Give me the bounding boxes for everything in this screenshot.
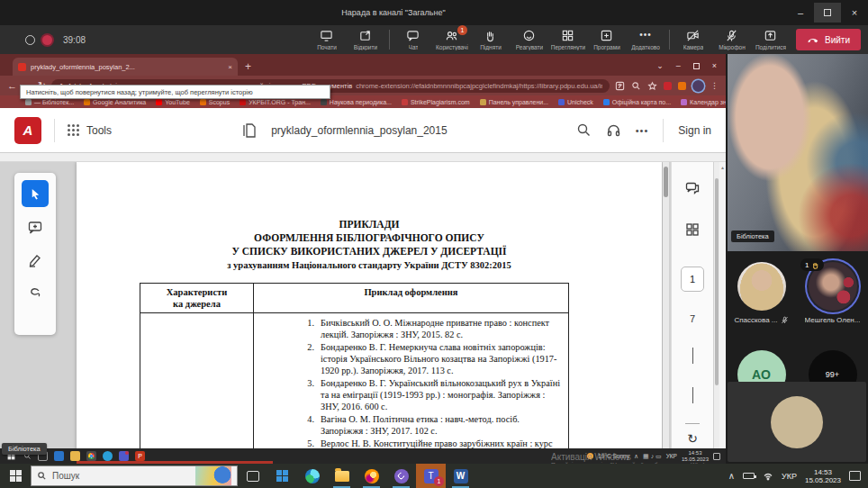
presenter-chrome-icon [86,451,96,461]
translate-icon[interactable] [615,81,625,91]
browser-tab[interactable]: pryklady_oformlennia_posylan_2... × [13,58,238,76]
raise-hand-button[interactable]: Підняти [472,29,510,50]
firefox-button[interactable] [357,464,386,488]
more-tools-icon[interactable]: ••• [636,125,649,136]
annotation-toolbar [14,173,56,335]
highlight-tool[interactable] [27,252,43,272]
participants-button[interactable]: 1 Користувачі [433,29,471,50]
bookmark-item[interactable]: Google Аналитика [84,99,146,105]
back-button-tooltip: Натисніть, щоб повернутися назад; утриму… [20,85,330,99]
view-button[interactable]: Переглянути [549,29,587,50]
tab-close-icon[interactable]: × [228,63,232,71]
plus-square-icon [600,29,613,42]
task-view-button[interactable] [238,464,267,488]
bookmark-item[interactable]: YouTube [156,99,190,105]
thumbnails-panel-button[interactable] [684,221,701,241]
share-button[interactable]: Поділитися [752,29,790,50]
bibliography-table: Характеристи ка джерела Приклад оформлен… [140,283,569,464]
apps-button[interactable]: Програми [588,29,626,50]
new-tab-button[interactable]: + [245,60,251,73]
tools-grid-icon [68,124,79,136]
start-button[interactable]: Почати [308,29,346,50]
tools-menu[interactable]: Tools [68,124,112,137]
previous-page-button[interactable] [692,348,693,364]
search-icon[interactable] [576,122,592,138]
browser-menu-icon[interactable]: ⋮ [710,81,719,90]
app-tiles-button[interactable] [267,464,297,488]
comments-panel-button[interactable] [684,180,701,200]
select-tool-button[interactable] [22,180,49,207]
sign-in-button[interactable]: Sign in [678,124,711,137]
more-dots-icon: ••• [639,29,652,42]
participant-tile[interactable]: Спасскова ... [726,255,797,343]
profile-avatar[interactable] [692,80,704,92]
search-icon [37,471,47,481]
open-button[interactable]: Відкрити [347,29,384,50]
panel-scroll-arrows[interactable]: ▴▾ [719,162,726,464]
bookmark-item[interactable]: StrikePlagiarism.com [402,99,470,105]
start-button[interactable] [0,464,31,488]
participant-tile[interactable]: 1 Мешгель Олен... [797,255,868,343]
tray-chevron-icon[interactable]: ∧ [728,471,735,481]
bookmark-favicon [200,99,206,105]
self-view-tile[interactable] [728,382,866,462]
browser-minimize-button[interactable]: – [676,61,681,70]
bookmark-item[interactable]: Scopus [200,99,230,105]
chat-button[interactable]: Чат [394,29,432,50]
bookmark-item[interactable]: Unicheck [558,99,593,105]
bookmark-item[interactable]: — Бібліотек... [25,99,74,105]
minimize-button[interactable]: – [787,3,814,23]
bibliography-entry: 2.Бондаренко В. Г. Немеркнуча слава нові… [301,341,563,376]
edge-button[interactable] [297,464,327,488]
bookmark-star-icon[interactable] [647,81,657,91]
action-center-icon[interactable] [849,471,861,481]
word-icon: W [454,469,468,483]
restore-button[interactable] [814,3,841,23]
zoom-icon[interactable] [631,81,641,91]
bookmark-item[interactable]: Панель управлени... [480,99,548,105]
wifi-icon[interactable] [763,471,773,482]
file-explorer-button[interactable] [327,464,357,488]
browser-menu-chevron-icon[interactable]: ⌄ [656,61,664,70]
bookmark-item[interactable]: УКРБІТ.ORG - Тран... [240,99,311,105]
read-aloud-icon[interactable] [606,122,621,138]
draw-tool[interactable] [27,285,43,304]
language-indicator[interactable]: УКР [782,472,797,481]
browser-close-button[interactable]: × [712,61,717,70]
smiley-icon [522,29,536,42]
teams-button[interactable]: T 1 [416,464,446,488]
next-page-button[interactable] [692,387,693,403]
taskbar-search[interactable]: Пошук [31,465,238,486]
word-button[interactable]: W [446,464,475,488]
close-button[interactable]: × [841,3,868,23]
bookmark-item[interactable]: Наукова периодика... [321,99,392,105]
scrollbar-thumb[interactable] [715,178,719,385]
presenter-video[interactable] [728,54,868,251]
react-button[interactable]: Реагувати [511,29,548,50]
clock[interactable]: 14:53 15.05.2023 [805,468,841,484]
bibliography-entry: 1.Бичківський О. О. Міжнародне приватне … [301,317,563,340]
bookmark-item[interactable]: Календар знамен... [681,99,726,105]
teams-titlebar: Нарада в каналі "Загальне" – × [0,0,868,25]
browser-restore-button[interactable] [693,63,700,69]
bookmark-favicon [321,99,327,105]
battery-icon[interactable] [743,473,755,479]
mic-button[interactable]: Мікрофон [713,29,751,50]
viber-button[interactable] [386,464,416,488]
bibliography-entry: 4.Вагіна О. М. Політична етика : навч.-м… [301,413,563,437]
presenter-name-chip: Бібліотека [2,443,47,455]
page-number-input[interactable]: 1 [681,267,704,292]
camera-button[interactable]: Камера [674,29,712,50]
scrollbar-thumb[interactable] [664,167,668,197]
leave-button[interactable]: Вийти [796,29,861,50]
bookmark-item[interactable]: Офіційна карта по... [603,99,671,105]
extension-icon[interactable] [678,82,686,90]
back-icon[interactable]: ← [7,81,17,91]
document-scrollbar[interactable] [663,162,669,464]
add-comment-tool[interactable] [27,220,43,239]
refresh-button[interactable]: ↻ [687,431,698,446]
more-button[interactable]: ••• Додатково [627,29,665,50]
comments-icon [684,180,701,196]
pages-icon[interactable] [240,122,257,139]
extension-acrobat-icon[interactable] [664,82,672,90]
